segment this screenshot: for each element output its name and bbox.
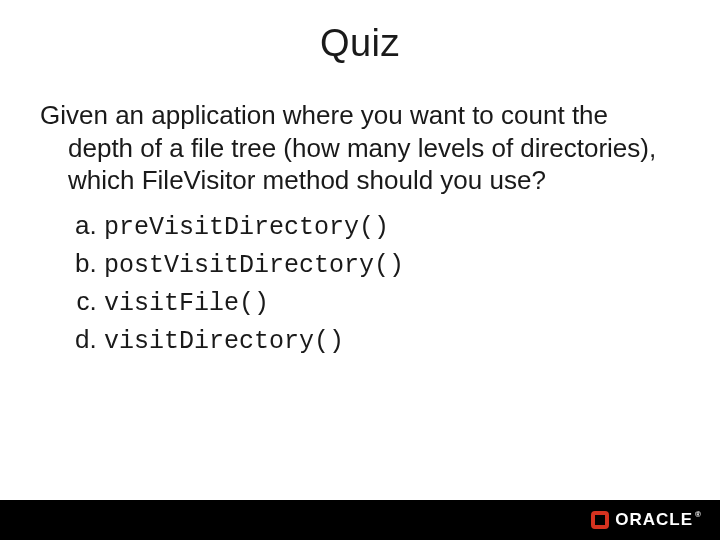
brand-name: ORACLE	[615, 510, 693, 529]
option-b: postVisitDirectory()	[104, 245, 680, 283]
slide: Quiz Given an application where you want…	[0, 0, 720, 540]
oracle-o-icon	[591, 511, 609, 529]
brand-logo: ORACLE®	[591, 510, 702, 530]
options-list: preVisitDirectory() postVisitDirectory()…	[40, 207, 680, 360]
option-d: visitDirectory()	[104, 321, 680, 359]
option-c: visitFile()	[104, 283, 680, 321]
option-c-code: visitFile()	[104, 289, 269, 318]
question-text: Given an application where you want to c…	[40, 99, 680, 197]
option-d-code: visitDirectory()	[104, 327, 344, 356]
slide-body: Given an application where you want to c…	[0, 65, 720, 360]
registered-mark: ®	[695, 510, 702, 519]
slide-title: Quiz	[0, 0, 720, 65]
option-b-code: postVisitDirectory()	[104, 251, 404, 280]
footer-bar: ORACLE®	[0, 500, 720, 540]
option-a: preVisitDirectory()	[104, 207, 680, 245]
option-a-code: preVisitDirectory()	[104, 213, 389, 242]
brand-text: ORACLE®	[615, 510, 702, 530]
